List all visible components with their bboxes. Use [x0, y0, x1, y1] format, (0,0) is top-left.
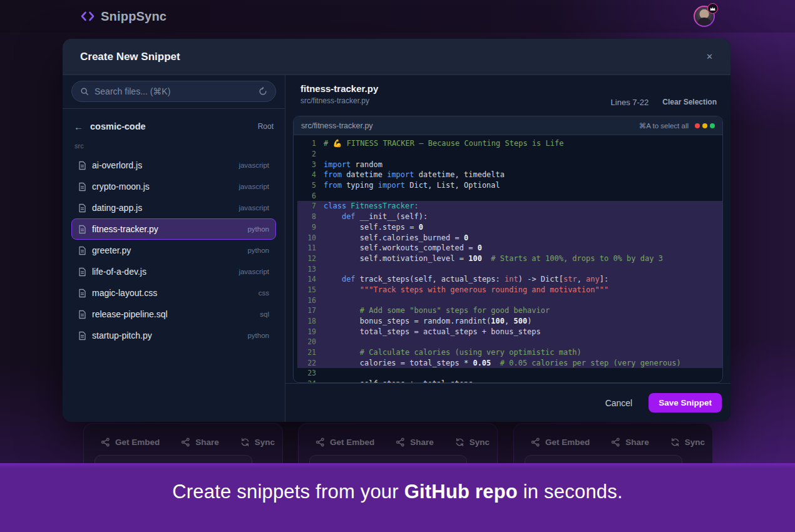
code-line[interactable]: 23: [297, 368, 722, 379]
card-action-sync[interactable]: Sync: [455, 437, 490, 447]
line-code: """Track steps with generous rounding an…: [324, 285, 608, 294]
card-action-label: Get Embed: [545, 437, 590, 447]
modal-footer: Cancel Save Snippet: [285, 383, 731, 422]
repo-name[interactable]: cosmic-code: [90, 121, 146, 131]
file-name: startup-pitch.py: [92, 330, 152, 340]
share-nodes-icon: [611, 437, 620, 447]
code-line[interactable]: 20: [297, 337, 722, 347]
close-icon[interactable]: ✕: [706, 53, 713, 61]
code-line[interactable]: 2: [297, 149, 722, 160]
card-action-sync[interactable]: Sync: [240, 437, 275, 447]
code-line[interactable]: 1# 💪 FITNESS TRACKER — Because Counting …: [297, 138, 722, 149]
line-number: 21: [297, 348, 316, 357]
code-line[interactable]: 12 self.motivation_level = 100 # Starts …: [297, 253, 722, 264]
back-arrow-icon[interactable]: ←: [74, 121, 83, 132]
code-line[interactable]: 3import random: [297, 159, 722, 170]
code-line[interactable]: 19 total_steps = actual_steps + bonus_st…: [297, 326, 722, 337]
line-number: 5: [297, 181, 316, 190]
card-action-share[interactable]: Share: [611, 437, 649, 447]
line-number: 13: [297, 265, 316, 274]
search-box[interactable]: [71, 81, 276, 102]
code-body: 1# 💪 FITNESS TRACKER — Because Counting …: [294, 135, 722, 382]
code-line[interactable]: 22 calories = total_steps * 0.05 # 0.05 …: [297, 357, 722, 368]
card-action-label: Get Embed: [115, 437, 160, 447]
file-row[interactable]: dating-app.js javascript: [71, 197, 276, 218]
code-line[interactable]: 5from typing import Dict, List, Optional: [297, 180, 722, 191]
code-line[interactable]: 10 self.calories_burned = 0: [297, 232, 722, 243]
card-action-get-embed[interactable]: Get Embed: [315, 437, 374, 447]
share-nodes-icon: [101, 437, 110, 447]
search-row: [63, 75, 285, 109]
file-name: life-of-a-dev.js: [92, 267, 146, 277]
file-row[interactable]: life-of-a-dev.js javascript: [71, 261, 276, 282]
document-icon: [78, 331, 86, 340]
sync-icon: [240, 437, 250, 447]
card-action-share[interactable]: Share: [396, 437, 434, 447]
card-action-label: Share: [410, 437, 434, 447]
card-action-get-embed[interactable]: Get Embed: [531, 437, 590, 447]
line-code: self.workouts_completed = 0: [324, 243, 482, 252]
code-line[interactable]: 7class FitnessTracker:: [297, 201, 722, 212]
code-line[interactable]: 17 # Add some "bonus" steps for good beh…: [297, 305, 722, 316]
document-icon: [78, 161, 86, 170]
line-code: import random: [324, 160, 382, 169]
document-icon: [78, 225, 86, 234]
line-number: 2: [297, 150, 316, 158]
file-row[interactable]: fitness-tracker.py python: [71, 218, 276, 240]
code-line[interactable]: 14 def track_steps(self, actual_steps: i…: [297, 274, 722, 285]
card-action-label: Sync: [685, 437, 705, 447]
sync-icon: [670, 437, 680, 447]
code-line[interactable]: 8 def __init__(self):: [297, 212, 722, 222]
line-number: 6: [297, 192, 316, 200]
file-browser-sidebar: ← cosmic-code Root src ai-overlord.js ja…: [63, 75, 285, 422]
file-row[interactable]: release-pipeline.sql sql: [71, 304, 276, 325]
search-input[interactable]: [95, 86, 253, 96]
code-line[interactable]: 11 self.workouts_completed = 0: [297, 243, 722, 253]
card-action-get-embed[interactable]: Get Embed: [101, 437, 160, 447]
file-row[interactable]: magic-layout.css css: [71, 282, 276, 304]
folder-label: src: [74, 142, 276, 150]
line-number: 14: [297, 275, 316, 284]
line-code: self.motivation_level = 100 # Starts at …: [324, 254, 663, 263]
document-icon: [78, 182, 86, 192]
refresh-icon[interactable]: [259, 87, 267, 96]
code-line[interactable]: 15 """Track steps with generous rounding…: [297, 285, 722, 295]
code-line[interactable]: 4from datetime import datetime, timedelt…: [297, 170, 722, 180]
file-header: fitness-tracker.py src/fitness-tracker.p…: [285, 75, 731, 116]
card-action-sync[interactable]: Sync: [670, 437, 705, 447]
code-line[interactable]: 18 bonus_steps = random.randint(100, 500…: [297, 316, 722, 327]
file-row[interactable]: greeter.py python: [71, 240, 276, 261]
clear-selection-button[interactable]: Clear Selection: [662, 98, 717, 106]
cancel-button[interactable]: Cancel: [605, 398, 633, 408]
window-dot-icon: [702, 123, 707, 128]
line-number: 22: [297, 359, 316, 367]
editor-file-path: src/fitness-tracker.py: [301, 121, 373, 130]
code-line[interactable]: 16: [297, 295, 722, 305]
user-avatar[interactable]: [694, 6, 715, 27]
modal-title: Create New Snippet: [80, 51, 180, 63]
code-editor-header: src/fitness-tracker.py ⌘A to select all: [294, 116, 722, 135]
code-line[interactable]: 9 self.steps = 0: [297, 222, 722, 233]
line-number: 20: [297, 337, 316, 346]
code-line[interactable]: 21 # Calculate calories (using very opti…: [297, 347, 722, 358]
line-number: 8: [297, 212, 316, 221]
line-code: class FitnessTracker:: [324, 202, 419, 210]
file-row[interactable]: ai-overlord.js javascript: [71, 155, 276, 176]
file-row[interactable]: startup-pitch.py python: [71, 325, 276, 346]
code-brackets-icon: [80, 10, 95, 23]
code-line[interactable]: 13: [297, 263, 722, 274]
brand-logo[interactable]: SnippSync: [80, 9, 167, 24]
code-line[interactable]: 24 self.steps += total_steps: [297, 379, 722, 382]
root-label: Root: [258, 122, 274, 131]
card-action-share[interactable]: Share: [181, 437, 219, 447]
line-number: 19: [297, 327, 316, 336]
save-snippet-button[interactable]: Save Snippet: [649, 393, 722, 412]
card-action-label: Get Embed: [330, 437, 374, 447]
file-language: python: [247, 247, 269, 254]
snippet-panel: fitness-tracker.py src/fitness-tracker.p…: [285, 75, 731, 422]
code-line[interactable]: 6: [297, 190, 722, 201]
file-row[interactable]: crypto-moon.js javascript: [71, 176, 276, 197]
file-explorer: ← cosmic-code Root src ai-overlord.js ja…: [63, 109, 285, 422]
line-code: bonus_steps = random.randint(100, 500): [324, 317, 531, 325]
promo-banner: Create snippets from your GitHub repo in…: [0, 463, 795, 532]
